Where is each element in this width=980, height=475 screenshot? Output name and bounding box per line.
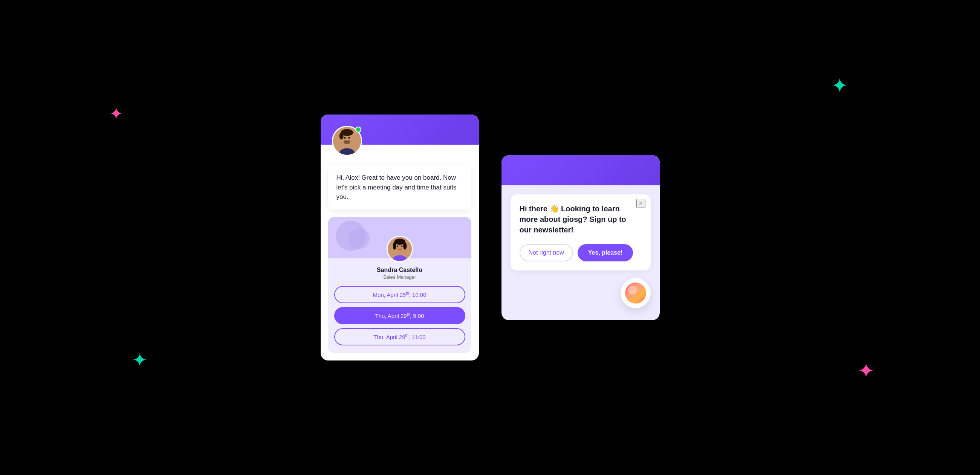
- newsletter-text: Hi there 👋 Looking to learn more about g…: [520, 203, 642, 235]
- svg-point-13: [403, 242, 407, 249]
- decline-button[interactable]: Not right now: [520, 244, 573, 261]
- greeting-bubble: Hi, Alex! Great to have you on board. No…: [328, 165, 471, 210]
- agent-avatar: [387, 236, 413, 262]
- scene: ✦ ✦ ✦ ✦: [0, 0, 980, 475]
- svg-point-15: [401, 245, 402, 247]
- giosg-logo: [620, 278, 651, 308]
- agent-name: Sandra Castello: [328, 267, 471, 273]
- svg-point-6: [348, 137, 350, 139]
- giosg-logo-inner: [625, 283, 646, 303]
- user-avatar-wrapper: [332, 126, 362, 156]
- right-card-header: [501, 155, 660, 185]
- slot-button-2[interactable]: Thu, April 29th, 9:00: [334, 307, 465, 324]
- left-card-header: [321, 114, 479, 145]
- newsletter-popup: × Hi there 👋 Looking to learn more about…: [511, 194, 651, 270]
- greeting-text: Hi, Alex! Great to have you on board. No…: [336, 174, 457, 200]
- sparkle-green-bottomleft: ✦: [132, 351, 148, 370]
- svg-point-5: [344, 137, 346, 139]
- right-card: × Hi there 👋 Looking to learn more about…: [501, 155, 660, 320]
- newsletter-actions: Not right now Yes, please!: [520, 244, 642, 261]
- time-slots: Mon, April 25th, 10:00 Thu, April 29th, …: [328, 286, 471, 345]
- svg-point-16: [398, 249, 401, 250]
- svg-point-12: [393, 242, 396, 249]
- sparkle-pink-topleft: ✦: [109, 105, 123, 122]
- header-circle-small: [349, 228, 370, 249]
- booking-header: [328, 217, 471, 258]
- sparkle-pink-bottomright: ✦: [858, 361, 875, 381]
- booking-section: Sandra Castello Sales Manager Mon, April…: [328, 217, 471, 353]
- svg-point-4: [339, 133, 343, 140]
- agent-avatar-svg: [388, 236, 412, 262]
- agent-role: Sales Manager: [328, 274, 471, 280]
- slot-button-3[interactable]: Thu, April 29th, 11:00: [334, 328, 465, 345]
- accept-button[interactable]: Yes, please!: [578, 244, 633, 261]
- sparkle-green-topright: ✦: [831, 75, 848, 96]
- online-indicator: [355, 127, 361, 133]
- slot-button-1[interactable]: Mon, April 25th, 10:00: [334, 286, 465, 303]
- left-card: Hi, Alex! Great to have you on board. No…: [321, 114, 479, 361]
- svg-point-7: [343, 140, 350, 144]
- svg-point-14: [397, 245, 398, 247]
- close-button[interactable]: ×: [636, 199, 646, 208]
- right-card-body: × Hi there 👋 Looking to learn more about…: [501, 185, 660, 320]
